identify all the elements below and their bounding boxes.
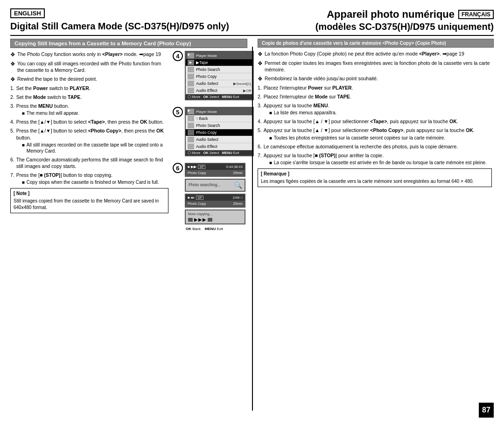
- fr-step-7-text: Appuyez sur la touche [■ (STOP)] pour ar…: [264, 153, 384, 158]
- fr-bullet-2: ❖ Permet de copier toutes les images fix…: [258, 60, 492, 73]
- step-4-text: Press the [▲/▼] button to select <Tape>,…: [16, 119, 164, 125]
- bullet-sym-1: ❖: [10, 51, 15, 58]
- bullet-2: ❖ You can copy all still images recorded…: [10, 60, 168, 73]
- remaining-2: 25min: [233, 202, 243, 206]
- step-2-text: Set the Mode switch to TAPE.: [16, 94, 82, 100]
- photo-search-label: Photo searching...: [189, 182, 221, 187]
- french-column: Copie de photos d'une cassette vers la c…: [252, 39, 494, 234]
- fr-step-7-sub-text: La copie s'arrête lorsque la cassette es…: [274, 160, 487, 166]
- menu-screen-4: ▶ Player Mode ▶ ▶Tape: [185, 51, 254, 100]
- english-label: ENGLISH: [10, 8, 45, 18]
- step-4: 4. Press the [▲/▼] button to select <Tap…: [10, 119, 168, 125]
- step-6-num: 6.: [10, 156, 14, 169]
- title-fr-top: Appareil photo numérique: [327, 8, 455, 21]
- page-number: 87: [479, 403, 494, 418]
- menu-screen-4-inner: ▶ Player Mode ▶ ▶Tape: [185, 51, 254, 100]
- fr-step-2: 2. Placez l'interrupteur de Mode sur TAP…: [258, 93, 492, 100]
- step-3-sub-text: The menu list will appear.: [27, 110, 79, 116]
- tape-icon: ▶: [188, 60, 194, 65]
- fr-step-3: 3. Appuyez sur la touche MENU. ■ La list…: [258, 102, 492, 116]
- fr-step-5-num: 5.: [258, 127, 262, 140]
- audioeffect-icon-5: [188, 144, 194, 149]
- back-label: ↑ Back: [196, 116, 251, 121]
- remarque-text: Les images figées copiées de la cassette…: [261, 178, 489, 185]
- menu-row-photosearch: Photo Search: [186, 66, 253, 73]
- title-fr-bottom: (modèles SC-D375(H)/D975 uniquement): [258, 21, 494, 32]
- rec-icon: ■: [188, 165, 190, 169]
- footer-ok: OK Back: [186, 227, 201, 231]
- step-3-sub: ■ The menu list will appear.: [22, 110, 79, 116]
- menu-footer-ok-5: OK Select: [203, 151, 219, 155]
- fr-step-4-num: 4.: [258, 118, 262, 125]
- audiosel-icon: [188, 81, 194, 86]
- step-6-screens: ■ ▶▶ SP 0:44:38:03 Photo Copy 25min: [185, 163, 245, 231]
- fr-step-1: 1. Placez l'interrupteur Power sur PLAYE…: [258, 84, 492, 91]
- now-copying-label: Now copying...: [188, 212, 242, 216]
- menu-screen-5: ▶ Player Mode ↑ ↑ Back Photo Search: [185, 107, 254, 156]
- step-7-sub: ■ Copy stops when the cassette is finish…: [22, 179, 159, 185]
- transport-screen-2: ■ ⏭ SP 2/46 □ Photo Copy 25min: [185, 194, 245, 208]
- bullet-3: ❖ Rewind the tape to the desired point.: [10, 76, 168, 83]
- step-5-sub-sym: ■: [22, 142, 25, 154]
- header-left: ENGLISH Digital Still Camera Mode (SC-D3…: [10, 8, 252, 32]
- menu-row-audioeffect-5: Audio Effect: [186, 143, 253, 150]
- fr-step-5-text: Appuyez sur la touche [▲ / ▼] pour sélec…: [264, 127, 475, 133]
- step6-footer: OK Back MENU Exit: [185, 226, 245, 231]
- transport-top-2: ■ ⏭ SP 2/46 □: [186, 195, 245, 201]
- time-display: 0:44:38:03: [226, 165, 243, 169]
- step-num-5: 5: [173, 107, 183, 117]
- fr-bullet-text-2: Permet de copier toutes les images fixes…: [265, 60, 492, 73]
- audioeffect-icon: [188, 88, 194, 93]
- step-3-text: Press the MENU button.: [16, 103, 69, 109]
- photocopy-icon: [188, 74, 194, 79]
- menu-footer-ok-4: OK Select: [203, 95, 219, 99]
- remaining-1: 25min: [233, 171, 243, 175]
- menu-footer-move-4: ⬡ Move: [188, 95, 200, 99]
- menu-screen-5-inner: ▶ Player Mode ↑ ↑ Back Photo Search: [185, 107, 254, 156]
- step-7-num: 7.: [10, 172, 14, 185]
- counter-display: 2/46 □: [233, 196, 243, 200]
- menu-row-tape-5: Photo Search: [186, 122, 253, 129]
- content-area-fr: ❖ La fonction Photo Copy (Copie photo) n…: [258, 50, 494, 187]
- copy-bar-icon: [188, 218, 193, 222]
- bullet-text-2: You can copy all still images recorded w…: [17, 60, 168, 73]
- main-columns: Copying Still Images from a Cassette to …: [10, 39, 494, 234]
- main-header: ENGLISH Digital Still Camera Mode (SC-D3…: [10, 8, 494, 36]
- menu-row-tape: ▶ ▶Tape: [186, 59, 253, 66]
- transport-screen-1: ■ ▶▶ SP 0:44:38:03 Photo Copy 25min: [185, 163, 245, 177]
- note-title: [ Note ]: [14, 190, 165, 197]
- now-copying-screen: Now copying... ▶ ▶ ▶: [185, 210, 245, 224]
- step-6: 6. The Camcorder automatically performs …: [10, 156, 168, 169]
- menu-footer-5: ⬡ Move OK Select MENU Exit: [186, 150, 253, 155]
- step-2-num: 2.: [10, 94, 14, 100]
- fr-step-4-text: Appuyez sur la touche [▲ / ▼] pour sélec…: [264, 118, 458, 125]
- menu-header-4: ▶ Player Mode: [186, 52, 253, 59]
- note-box: [ Note ] Still images copied from the ca…: [10, 188, 168, 213]
- photo-copy-label-1: Photo Copy: [188, 171, 206, 175]
- menu-header-5: ▶ Player Mode: [186, 108, 253, 115]
- menu-row-audioeffect: Audio Effect ▶Off: [186, 87, 253, 94]
- photo-copy-label-2: Photo Copy: [188, 202, 206, 206]
- fr-step-4: 4. Appuyez sur la touche [▲ / ▼] pour sé…: [258, 118, 492, 125]
- step-6-text: The Camcorder automatically performs the…: [16, 156, 168, 169]
- bullet-text-1: The Photo Copy function works only in <P…: [17, 51, 161, 58]
- fr-bullet-sym-2: ❖: [258, 60, 263, 73]
- fr-step-5-sub-text: Toutes les photos enregistrées sur la ca…: [274, 135, 445, 141]
- screen-step-4: 4 ▶ Player Mode ▶ ▶Tape: [173, 51, 245, 100]
- copy-arrows: ▶ ▶ ▶: [194, 217, 206, 222]
- sp-label-2: SP: [196, 196, 203, 200]
- step-num-4: 4: [173, 51, 183, 61]
- header-right: Appareil photo numérique FRANÇAIS (modèl…: [252, 8, 494, 32]
- copy-dest-icon: [208, 218, 212, 222]
- fr-step-6-num: 6.: [258, 143, 262, 150]
- fr-step-1-text: Placez l'interrupteur Power sur PLAYER.: [264, 84, 353, 91]
- fr-bullet-text-1: La fonction Photo Copy (Copie photo) ne …: [265, 50, 464, 58]
- fr-step-5: 5. Appuyez sur la touche [▲ / ▼] pour sé…: [258, 127, 492, 140]
- menu-header-label-4: Player Mode: [196, 54, 217, 58]
- remarque-box: [ Remarque ] Les images figées copiées d…: [258, 168, 492, 187]
- step-3-sub-sym: ■: [22, 110, 25, 116]
- fr-step-3-num: 3.: [258, 102, 262, 116]
- step-1-text: Set the Power switch to PLAYER.: [16, 85, 91, 91]
- fr-step-6-text: Le caméscope effectue automatiquement la…: [264, 143, 458, 150]
- fr-step-3-sub: ■ La liste des menus apparaîtra.: [269, 110, 337, 116]
